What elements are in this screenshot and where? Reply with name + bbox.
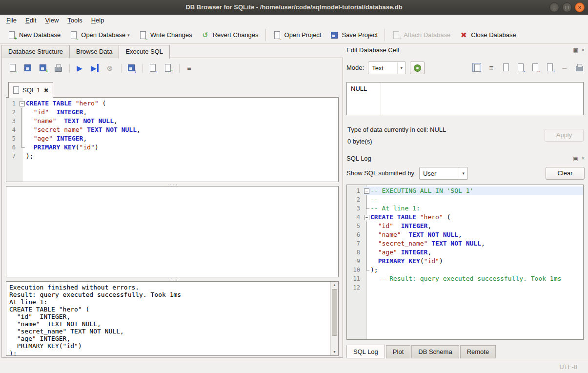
attach-database-button: +Attach Database (387, 28, 455, 42)
open-database-button[interactable]: →Open Database▾ (65, 28, 134, 42)
close-window-button[interactable]: × (575, 2, 585, 12)
code-line: 1-- EXECUTING ALL IN 'SQL 1' (347, 186, 583, 195)
float-panel-icon[interactable]: ▣ (573, 47, 578, 53)
line-number: 2 (347, 195, 364, 204)
mode-select[interactable]: Text ▾ (368, 62, 406, 74)
text-view-button[interactable] (471, 62, 482, 74)
menu-help[interactable]: Help (87, 15, 109, 26)
code-line: 10); (347, 266, 583, 274)
menu-file[interactable]: File (2, 15, 21, 26)
save-project-button[interactable]: Save Project (325, 28, 382, 42)
minimize-button[interactable]: – (549, 2, 559, 12)
format-sql-button[interactable]: ≡ (161, 62, 175, 75)
sql-log-header: SQL Log ▣ × (346, 153, 585, 163)
fold-marker-icon (364, 266, 370, 274)
scroll-down-icon[interactable]: ▼ (331, 349, 338, 355)
sql-file-tab-label: SQL 1 (22, 86, 40, 94)
line-number: 7 (6, 152, 19, 161)
word-wrap-cell-icon: ≡ (487, 63, 496, 72)
cell-editor[interactable]: NULL (346, 82, 584, 115)
maximize-button[interactable]: □ (562, 2, 572, 12)
save-sql-file-button[interactable] (21, 62, 35, 75)
tab-database-structure[interactable]: Database Structure (1, 45, 70, 58)
messages-pane[interactable]: Execution finished without errors. Resul… (6, 281, 339, 356)
bottom-tabs: SQL LogPlotDB SchemaRemote (346, 345, 497, 358)
code-text: CREATE TABLE "hero" ( (370, 213, 583, 222)
code-text: "age" INTEGER, (26, 134, 338, 143)
messages-scrollbar[interactable]: ▲ ▼ (330, 282, 338, 355)
close-panel-icon[interactable]: × (582, 155, 585, 162)
close-panel-icon[interactable]: × (582, 47, 585, 53)
toolbar-button-label: New Database (19, 31, 61, 39)
execute-line-button[interactable]: ▶ (88, 62, 101, 74)
export-cell-button[interactable]: → (530, 62, 541, 74)
format-sql-icon: ≡ (163, 63, 172, 72)
execute-sql-panel: →+▶▶⊗↓→≡≡ SQL 1 ✖ 1CREATE TABLE "hero" (… (1, 58, 343, 358)
fold-marker-icon (364, 195, 370, 204)
new-database-button[interactable]: +New Database (3, 28, 65, 42)
menu-view[interactable]: View (41, 15, 63, 26)
close-tab-icon[interactable]: ✖ (43, 87, 48, 94)
toolbar-button-label: Close Database (471, 31, 516, 39)
revert-changes-button[interactable]: ↺Revert Changes (197, 28, 263, 42)
set-null-button[interactable]: – (559, 62, 570, 73)
stop-button[interactable]: ⊗ (103, 62, 117, 74)
code-line: 4CREATE TABLE "hero" ( (347, 213, 583, 222)
close-database-button[interactable]: ✖Close Database (455, 28, 521, 42)
line-number: 3 (6, 117, 19, 125)
set-null-icon: – (560, 63, 569, 72)
tab-remote[interactable]: Remote (460, 345, 496, 358)
code-line: 11 -- Result: query executed successfull… (347, 274, 583, 283)
save-results-button[interactable]: ↓ (124, 62, 138, 75)
line-number: 4 (347, 213, 364, 222)
word-wrap-cell-button[interactable]: ≡ (486, 62, 497, 73)
edit-cell-header: Edit Database Cell ▣ × (346, 45, 585, 55)
word-wrap-button[interactable]: ≡ (182, 62, 196, 74)
tab-plot[interactable]: Plot (386, 345, 410, 358)
clear-button[interactable]: Clear (546, 167, 585, 180)
open-external-button[interactable] (410, 62, 425, 74)
code-line: 12 (347, 283, 583, 292)
save-cell-button[interactable]: ↓ (545, 62, 555, 74)
text-view-icon (472, 63, 481, 72)
import-cell-button[interactable]: → (515, 62, 526, 74)
code-line: 3 "name" TEXT NOT NULL, (6, 117, 338, 125)
open-project-button[interactable]: →Open Project (268, 28, 326, 42)
main-tabs: Database StructureBrowse DataExecute SQL (1, 45, 169, 58)
sql-log-filter-row: Show SQL submitted by User ▾ Clear (346, 166, 585, 181)
code-text: ); (370, 266, 583, 274)
scroll-up-icon[interactable]: ▲ (331, 282, 338, 289)
scrollbar-thumb[interactable] (332, 289, 337, 336)
submitter-select[interactable]: User ▾ (419, 167, 468, 180)
line-number: 3 (347, 204, 364, 213)
titlebar[interactable]: DB Browser for SQLite - /home/user/code/… (0, 0, 588, 15)
dropdown-caret-icon: ▾ (127, 33, 130, 38)
print-button[interactable] (51, 62, 65, 75)
export-sql-button[interactable]: → (146, 62, 160, 75)
print-cell-button[interactable] (574, 62, 585, 74)
statusbar: UTF-8 (0, 360, 588, 373)
cell-size-info: 0 byte(s) (347, 138, 372, 145)
stop-icon: ⊗ (105, 64, 114, 73)
sql-log-lines: 1-- EXECUTING ALL IN 'SQL 1'2--3-- At li… (347, 185, 583, 292)
sql-file-tab[interactable]: SQL 1 ✖ (8, 82, 53, 98)
tab-execute-sql[interactable]: Execute SQL (119, 45, 170, 59)
float-panel-icon[interactable]: ▣ (573, 155, 578, 162)
code-text: -- Result: query executed successfully. … (370, 274, 583, 283)
mode-value: Text (372, 64, 384, 72)
sql-editor[interactable]: 1CREATE TABLE "hero" (2 "id" INTEGER,3 "… (6, 97, 339, 182)
sql-log-view[interactable]: 1-- EXECUTING ALL IN 'SQL 1'2--3-- At li… (346, 185, 584, 340)
tab-db-schema[interactable]: DB Schema (411, 345, 459, 358)
cell-type-info: Type of data currently in cell: NULL (347, 126, 446, 133)
open-sql-file-button[interactable]: → (6, 62, 20, 75)
save-sql-file-as-button[interactable]: + (36, 62, 50, 75)
menu-edit[interactable]: Edit (21, 15, 41, 26)
execute-all-button[interactable]: ▶ (73, 62, 86, 74)
code-line: 8 "age" INTEGER, (347, 248, 583, 257)
copy-cell-button[interactable] (501, 62, 511, 74)
write-changes-button[interactable]: →Write Changes (134, 28, 197, 42)
tab-sql-log[interactable]: SQL Log (346, 345, 385, 358)
tab-browse-data[interactable]: Browse Data (69, 45, 119, 58)
menu-tools[interactable]: Tools (63, 15, 86, 26)
toolbar-button-label: Attach Database (404, 31, 450, 39)
